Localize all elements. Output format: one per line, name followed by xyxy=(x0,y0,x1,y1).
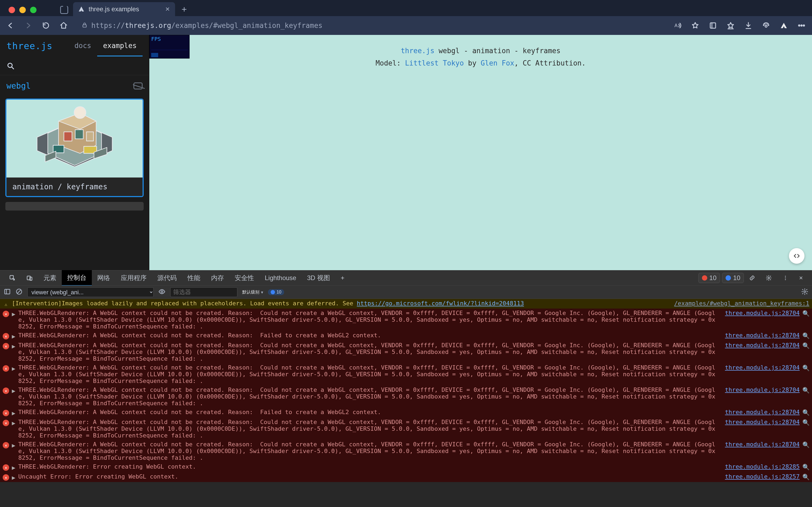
devtools-tab-lighthouse[interactable]: Lighthouse xyxy=(259,271,301,285)
sidebar-tab-docs[interactable]: docs xyxy=(68,36,97,56)
example-card-selected[interactable]: animation / keyframes xyxy=(5,99,143,197)
magnify-icon[interactable]: 🔍 xyxy=(802,409,809,416)
err-src[interactable]: three.module.js:28704 xyxy=(725,419,800,426)
issue-count-pill[interactable]: 10 xyxy=(722,273,744,283)
err-src[interactable]: three.module.js:28285 xyxy=(725,463,800,470)
devtools-tab-network[interactable]: 网络 xyxy=(92,270,115,285)
window-minimize-button[interactable] xyxy=(19,7,26,13)
console-line-error[interactable]: ✕▶ THREE.WebGLRenderer: A WebGL context … xyxy=(0,408,812,417)
browser-tab[interactable]: three.js examples × xyxy=(73,2,175,16)
new-tab-button[interactable]: + xyxy=(179,4,189,14)
downloads-button[interactable] xyxy=(743,20,753,31)
err-src[interactable]: three.module.js:28704 xyxy=(725,364,800,371)
tab-close-button[interactable]: × xyxy=(165,5,170,13)
magnify-icon[interactable]: 🔍 xyxy=(802,442,809,448)
err-src[interactable]: three.module.js:28704 xyxy=(725,309,800,316)
collections-button[interactable] xyxy=(708,20,718,31)
err-src[interactable]: three.module.js:28257 xyxy=(725,473,800,480)
console-line-error[interactable]: ✕▶ THREE.WebGLRenderer: A WebGL context … xyxy=(0,385,812,408)
console-filter-input[interactable] xyxy=(170,287,237,297)
more-menu-button[interactable] xyxy=(797,20,807,31)
example-card-next[interactable] xyxy=(5,202,143,211)
console-line-error[interactable]: ✕▶ THREE.WebGLRenderer: A WebGL context … xyxy=(0,331,812,341)
sidebar-toggle-icon[interactable] xyxy=(60,6,68,14)
err-src[interactable]: three.module.js:28704 xyxy=(725,409,800,415)
devtools-tab-console[interactable]: 控制台 xyxy=(62,270,92,286)
expand-caret-icon[interactable]: ▶ xyxy=(12,442,15,449)
back-button[interactable] xyxy=(5,20,15,31)
console-level-select[interactable]: 默认级别▾ xyxy=(242,289,263,295)
read-aloud-button[interactable]: A xyxy=(673,20,683,31)
console-clear-button[interactable] xyxy=(15,288,22,296)
console-line-error[interactable]: ✕▶ THREE.WebGLRenderer: A WebGL context … xyxy=(0,308,812,331)
console-line-warn[interactable]: ⚠ [Intervention]Images loaded lazily and… xyxy=(0,299,812,308)
magnify-icon[interactable]: 🔍 xyxy=(802,464,809,470)
console-line-error[interactable]: ✕▶ THREE.WebGLRenderer: A WebGL context … xyxy=(0,417,812,440)
sidebar-tab-examples[interactable]: examples xyxy=(97,36,142,56)
device-toolbar-button[interactable] xyxy=(21,272,38,284)
magnify-icon[interactable]: 🔍 xyxy=(802,474,809,481)
example-viewport[interactable]: three.js webgl - animation - keyframes M… xyxy=(149,35,812,270)
devtools-tab-memory[interactable]: 内存 xyxy=(206,270,229,285)
devtools-tab-performance[interactable]: 性能 xyxy=(182,270,206,285)
devtools-tab-application[interactable]: 应用程序 xyxy=(115,270,152,285)
devtools-tab-sources[interactable]: 源代码 xyxy=(152,270,182,285)
devtools-tab-security[interactable]: 安全性 xyxy=(229,270,259,285)
magnify-icon[interactable]: 🔍 xyxy=(802,310,809,317)
inspect-element-button[interactable] xyxy=(4,272,21,284)
devtools-close-button[interactable]: × xyxy=(794,271,808,285)
link-threejs[interactable]: three.js xyxy=(401,47,434,55)
devtools-tab-3dview[interactable]: 3D 视图 xyxy=(301,270,335,285)
error-count-pill[interactable]: 10 xyxy=(698,273,720,283)
console-issue-pill[interactable]: 10 xyxy=(268,289,284,295)
live-expression-button[interactable] xyxy=(159,288,165,296)
warn-src[interactable]: /examples/#webgl_animation_keyframes:1 xyxy=(674,300,809,307)
view-source-button[interactable] xyxy=(789,248,805,264)
expand-caret-icon[interactable]: ▶ xyxy=(12,474,15,481)
devtools-tab-elements[interactable]: 元素 xyxy=(38,270,62,285)
devtools-add-tab-button[interactable]: + xyxy=(335,271,350,285)
address-bar[interactable]: https://threejs.org/examples/#webgl_anim… xyxy=(76,19,660,32)
expand-caret-icon[interactable]: ▶ xyxy=(12,311,15,318)
magnify-icon[interactable]: 🔍 xyxy=(802,332,809,339)
expand-caret-icon[interactable]: ▶ xyxy=(12,410,15,416)
magnify-icon[interactable]: 🔍 xyxy=(802,342,809,349)
magnify-icon[interactable]: 🔍 xyxy=(802,365,809,372)
err-src[interactable]: three.module.js:28704 xyxy=(725,441,800,448)
expand-caret-icon[interactable]: ▶ xyxy=(12,333,15,340)
expand-caret-icon[interactable]: ▶ xyxy=(12,420,15,427)
favorite-button[interactable] xyxy=(690,20,700,31)
expand-caret-icon[interactable]: ▶ xyxy=(12,343,15,350)
warn-link[interactable]: https://go.microsoft.com/fwlink/?linkid=… xyxy=(357,300,524,307)
threejs-logo[interactable]: three.js xyxy=(6,41,53,51)
window-zoom-button[interactable] xyxy=(30,7,37,13)
console-settings-button[interactable] xyxy=(801,288,808,296)
console-sidebar-toggle[interactable] xyxy=(4,288,11,296)
magnify-icon[interactable]: 🔍 xyxy=(802,387,809,394)
favorites-list-button[interactable] xyxy=(726,20,736,31)
err-src[interactable]: three.module.js:28704 xyxy=(725,386,800,393)
stats-panel[interactable]: FPS xyxy=(149,35,189,59)
reload-button[interactable] xyxy=(41,20,51,31)
thumbnails-toggle-icon[interactable] xyxy=(133,82,142,90)
link-model[interactable]: Littlest Tokyo xyxy=(405,59,464,67)
expand-caret-icon[interactable]: ▶ xyxy=(12,464,15,471)
profile-button[interactable] xyxy=(779,20,789,31)
expand-caret-icon[interactable]: ▶ xyxy=(12,365,15,372)
devtools-link-icon[interactable] xyxy=(744,272,760,284)
sidebar-section-webgl[interactable]: webgl xyxy=(6,81,31,91)
sidebar-search[interactable] xyxy=(0,57,149,75)
link-author[interactable]: Glen Fox xyxy=(481,59,514,67)
magnify-icon[interactable]: 🔍 xyxy=(802,419,809,426)
expand-caret-icon[interactable]: ▶ xyxy=(12,388,15,394)
console-line-error[interactable]: ✕▶ THREE.WebGLRenderer: A WebGL context … xyxy=(0,341,812,363)
home-button[interactable] xyxy=(59,20,69,31)
console-line-error[interactable]: ✕▶ THREE.WebGLRenderer: Error creating W… xyxy=(0,462,812,472)
window-close-button[interactable] xyxy=(9,7,15,13)
console-line-error[interactable]: ✕▶ THREE.WebGLRenderer: A WebGL context … xyxy=(0,363,812,385)
console-line-error[interactable]: ✕▶ THREE.WebGLRenderer: A WebGL context … xyxy=(0,440,812,462)
console-line-error[interactable]: ✕▶ Uncaught Error: Error creating WebGL … xyxy=(0,472,812,482)
performance-button[interactable] xyxy=(761,20,771,31)
err-src[interactable]: three.module.js:28704 xyxy=(725,332,800,339)
devtools-more-button[interactable] xyxy=(777,272,794,284)
